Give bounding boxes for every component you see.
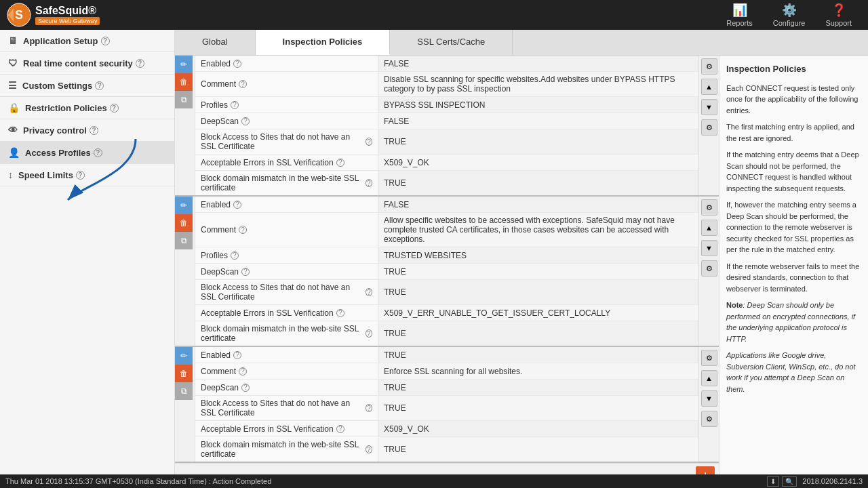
- help-icon[interactable]: ?: [366, 329, 372, 338]
- help-icon[interactable]: ?: [233, 60, 241, 68]
- nav-configure[interactable]: ⚙️ Configure: [764, 0, 815, 30]
- help-icon[interactable]: ?: [239, 80, 247, 88]
- entry-1-delete-button[interactable]: 🗑: [175, 73, 193, 91]
- side-panel-para-1: Each CONNECT request is tested only once…: [726, 83, 861, 117]
- entry-1-down-button[interactable]: ▼: [701, 99, 717, 115]
- entry-3-delete-button[interactable]: 🗑: [175, 365, 193, 382]
- side-panel-para-4: If, however the matching entry seems a D…: [726, 199, 861, 256]
- sidebar-item-restriction-policies[interactable]: 🔒 Restriction Policies ?: [0, 97, 174, 119]
- application-setup-help[interactable]: ?: [101, 37, 110, 45]
- row-value-domain-mismatch-3: TRUE: [378, 437, 698, 462]
- entry-3-right-controls: ⚙ ▲ ▼ ⚙: [698, 347, 719, 462]
- privacy-control-icon: 👁: [8, 125, 18, 136]
- speed-limits-icon: ↕: [8, 169, 13, 180]
- row-value-acceptable-errors-2: X509_V_ERR_UNABLE_TO_GET_ISSUER_CERT_LOC…: [378, 305, 698, 321]
- entry-2-down-button[interactable]: ▼: [701, 240, 717, 256]
- table-row: Enabled ? TRUE: [195, 347, 698, 363]
- entry-1-settings-button[interactable]: ⚙: [701, 58, 717, 75]
- tab-global[interactable]: Global: [175, 30, 256, 55]
- entry-2-copy-button[interactable]: ⧉: [175, 232, 193, 249]
- row-value-deepscan-3: TRUE: [378, 380, 698, 395]
- entry-2-settings-button[interactable]: ⚙: [701, 199, 717, 216]
- row-value-domain-mismatch-1: TRUE: [378, 171, 698, 195]
- help-icon[interactable]: ?: [336, 159, 344, 167]
- row-label-enabled-1: Enabled ?: [195, 56, 378, 71]
- entry-1-copy-button[interactable]: ⧉: [175, 91, 193, 108]
- entry-2-up-button[interactable]: ▲: [701, 220, 717, 236]
- tabs-bar: Global Inspection Policies SSL Certs/Cac…: [175, 30, 868, 56]
- help-icon[interactable]: ?: [239, 226, 247, 234]
- sidebar-item-access-profiles[interactable]: 👤 Access Profiles ?: [0, 142, 174, 164]
- entry-2-edit-button[interactable]: ✏: [175, 197, 193, 214]
- entry-group-1: ✏ 🗑 ⧉ Enabled ? FALSE Comment ?: [175, 56, 719, 197]
- status-icon-2[interactable]: 🔍: [782, 476, 797, 487]
- header-nav: 📊 Reports ⚙️ Configure ❓ Support: [717, 0, 861, 30]
- custom-settings-help[interactable]: ?: [95, 81, 104, 90]
- tab-inspection-policies-label: Inspection Policies: [283, 37, 363, 47]
- entry-3-copy-button[interactable]: ⧉: [175, 382, 193, 400]
- privacy-control-help[interactable]: ?: [90, 126, 98, 135]
- table-row: Comment ? Allow specific websites to be …: [195, 213, 698, 247]
- help-icon[interactable]: ?: [366, 445, 372, 453]
- nav-support[interactable]: ❓ Support: [816, 0, 861, 30]
- table-row: Acceptable Errors in SSL Verification ? …: [195, 421, 698, 437]
- help-icon[interactable]: ?: [366, 404, 372, 412]
- row-value-block-nossl-2: TRUE: [378, 280, 698, 304]
- status-icon-1[interactable]: ⬇: [767, 476, 779, 487]
- row-label-comment-1: Comment ?: [195, 72, 378, 96]
- entry-1-up-button[interactable]: ▲: [701, 79, 717, 95]
- nav-support-label: Support: [825, 19, 852, 27]
- entry-3-settings2-button[interactable]: ⚙: [701, 411, 717, 427]
- help-icon[interactable]: ?: [336, 309, 344, 317]
- tab-ssl-certs[interactable]: SSL Certs/Cache: [390, 30, 513, 55]
- help-icon[interactable]: ?: [241, 384, 250, 392]
- sidebar-item-custom-settings-label: Custom Settings: [22, 81, 92, 91]
- nav-reports[interactable]: 📊 Reports: [717, 0, 762, 30]
- sidebar-item-custom-settings[interactable]: ☰ Custom Settings ?: [0, 75, 174, 97]
- row-value-block-nossl-1: TRUE: [378, 129, 698, 154]
- tab-inspection-policies[interactable]: Inspection Policies: [256, 30, 391, 55]
- help-icon[interactable]: ?: [241, 268, 250, 276]
- entry-1-settings2-button[interactable]: ⚙: [701, 119, 717, 136]
- help-icon[interactable]: ?: [231, 251, 239, 260]
- realtime-help[interactable]: ?: [136, 59, 144, 68]
- help-icon[interactable]: ?: [239, 367, 247, 375]
- row-label-profiles-2: Profiles ?: [195, 247, 378, 263]
- side-panel-note: Note: Deep Scan should only be performed…: [726, 300, 861, 344]
- speed-limits-help[interactable]: ?: [76, 171, 85, 180]
- support-icon: ❓: [831, 3, 846, 18]
- main-content: Global Inspection Policies SSL Certs/Cac…: [175, 30, 868, 474]
- help-icon[interactable]: ?: [233, 201, 241, 209]
- help-icon[interactable]: ?: [336, 425, 344, 433]
- entry-3-edit-button[interactable]: ✏: [175, 347, 193, 365]
- status-ip: 2018.0206.2141.3: [802, 477, 863, 485]
- sidebar-item-speed-limits[interactable]: ↕ Speed Limits ?: [0, 164, 174, 186]
- side-panel-para-5: If the remote webserver fails to meet th…: [726, 261, 861, 295]
- side-panel-note2: Applications like Google drive, Subversi…: [726, 350, 861, 394]
- help-icon[interactable]: ?: [366, 288, 372, 296]
- entry-1-edit-button[interactable]: ✏: [175, 56, 193, 73]
- entry-3-down-button[interactable]: ▼: [701, 390, 717, 407]
- help-icon[interactable]: ?: [366, 138, 372, 146]
- header: S SafeSquid® Secure Web Gateway 📊 Report…: [0, 0, 868, 30]
- restriction-policies-help[interactable]: ?: [110, 104, 119, 113]
- entry-2-settings2-button[interactable]: ⚙: [701, 260, 717, 277]
- help-icon[interactable]: ?: [231, 101, 239, 109]
- restriction-policies-icon: 🔒: [8, 102, 20, 113]
- help-icon[interactable]: ?: [366, 179, 372, 187]
- sidebar-item-privacy-control[interactable]: 👁 Privacy control ?: [0, 119, 174, 142]
- help-icon[interactable]: ?: [233, 351, 241, 359]
- entry-3-actions: ✏ 🗑 ⧉: [175, 347, 195, 462]
- sidebar-item-application-setup[interactable]: 🖥 Application Setup ?: [0, 30, 174, 52]
- row-label-comment-2: Comment ?: [195, 213, 378, 247]
- sidebar-item-realtime[interactable]: 🛡 Real time content security ?: [0, 52, 174, 75]
- table-row: Acceptable Errors in SSL Verification ? …: [195, 155, 698, 171]
- access-profiles-help[interactable]: ?: [94, 148, 102, 157]
- tab-global-label: Global: [202, 37, 228, 47]
- table-row: DeepScan ? TRUE: [195, 264, 698, 280]
- entry-3-settings-button[interactable]: ⚙: [701, 350, 717, 366]
- entry-3-up-button[interactable]: ▲: [701, 370, 717, 386]
- add-entry-button[interactable]: +: [696, 466, 715, 474]
- help-icon[interactable]: ?: [241, 117, 250, 125]
- entry-2-delete-button[interactable]: 🗑: [175, 214, 193, 232]
